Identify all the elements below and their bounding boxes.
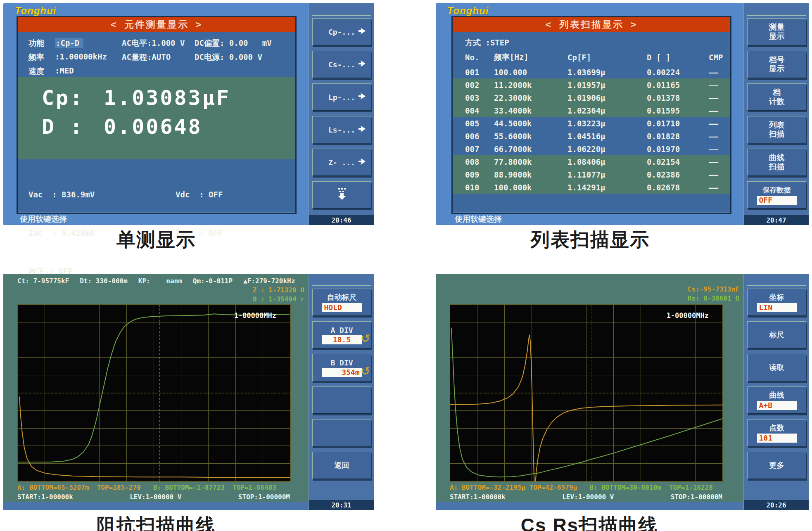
softkey-bin-display[interactable]: 档号显示: [747, 51, 806, 78]
softkey-cs[interactable]: Cs-...: [312, 51, 371, 78]
softkey-label: 坐标: [769, 292, 784, 302]
cell-cmp: ——: [709, 170, 730, 179]
table-row: 010100.000k1.14291μ0.02678——: [453, 181, 730, 194]
field-freq-value[interactable]: :1.00000kHz: [55, 52, 107, 61]
softkey-column: 测量显示 档号显示 档计数 列表扫描 曲线扫描 保存数据 OFF 20:47: [743, 3, 809, 225]
cell-d: 0.01828: [647, 132, 709, 141]
softkey-label: 点数: [769, 423, 784, 433]
softkey-list-sweep[interactable]: 列表扫描: [747, 116, 806, 143]
softkey-points[interactable]: 点数 101: [747, 419, 806, 446]
softkey-b-div[interactable]: B DIV 354m ↺: [312, 354, 371, 381]
softkey-label: 档: [773, 88, 781, 97]
softkey-auto-scale[interactable]: 自动标尺 HOLD: [312, 289, 371, 316]
softkey-lp[interactable]: Lp-...: [312, 83, 371, 111]
field-dc-source[interactable]: DC电源: 0.000 V: [195, 52, 262, 63]
right-arrow-icon: [313, 116, 366, 143]
softkey-z[interactable]: Z- ...: [312, 149, 371, 176]
cell-cmp: ——: [709, 119, 730, 128]
softkey-coordinate[interactable]: 坐标 LIN: [747, 289, 806, 316]
caption-single-measure: 单测显示: [3, 227, 309, 253]
primary-param-label: Cp:: [42, 86, 104, 110]
softkey-save-data[interactable]: 保存数据 OFF: [747, 181, 806, 209]
softkey-cp[interactable]: Cp-...: [312, 18, 371, 45]
sweep-level: LEV:1-00000 V: [562, 493, 614, 501]
col-d: D [ ]: [647, 53, 709, 62]
cell-cp: 1.01957μ: [567, 81, 647, 90]
softkey-label: 返回: [335, 460, 349, 470]
csrs-plot: 1-00000MHz: [450, 304, 723, 482]
caption-impedance: 阻抗扫描曲线: [3, 513, 309, 531]
scale-a-readout: A: BOTTOM=65-5207m TOP=185-270: [17, 484, 141, 491]
cell-no: 010: [465, 183, 494, 192]
curve-mode: A+B: [757, 401, 797, 410]
field-function-value[interactable]: :Cp-D: [55, 38, 83, 48]
plot-frequency-label: 1-00000MHz: [667, 311, 709, 320]
softkey-label: 显示: [769, 32, 785, 40]
measure-display: < 元件测量显示 > 功能 :Cp-D AC电平:1.000 V DC偏置: 0…: [17, 16, 297, 214]
cell-d: 0.01165: [647, 81, 709, 90]
sweep-stop: STOP:1-00000M: [238, 493, 290, 501]
cell-no: 007: [465, 145, 494, 154]
sweep-stop: STOP:1-00000M: [671, 493, 722, 501]
softkey-column: Cp-... Cs-... Lp-... Ls-...: [309, 3, 374, 225]
softkey-hint: 使用软键选择: [455, 214, 727, 225]
softkey-label: 自动标尺: [327, 292, 357, 302]
table-row: 00877.8000k1.08406μ0.02154——: [453, 155, 730, 168]
softkey-curve[interactable]: 曲线 A+B: [747, 386, 806, 414]
table-row: 00211.2000k1.01957μ0.01165——: [453, 78, 730, 91]
cell-cmp: ——: [709, 81, 730, 90]
sweep-table: 001100.0001.03699μ0.00224—— 00211.2000k1…: [453, 66, 730, 194]
page-down-icon: [335, 187, 349, 203]
cell-d: 0.01710: [647, 119, 709, 128]
softkey-ls[interactable]: Ls-...: [312, 116, 371, 143]
cell-no: 001: [465, 68, 494, 77]
field-speed-label: 速度: [28, 66, 44, 77]
softkey-measure-display[interactable]: 测量显示: [747, 18, 806, 45]
impedance-traces: [18, 305, 290, 481]
softkey-more-page[interactable]: [312, 181, 371, 209]
setup-fields: 功能 :Cp-D AC电平:1.000 V DC偏置: 0.00 mV 频率 :…: [18, 32, 295, 77]
softkey-read[interactable]: 读取: [747, 354, 806, 381]
clock: 20:26: [744, 500, 809, 510]
cell-freq: 77.8000k: [494, 157, 567, 166]
right-arrow-icon: [313, 149, 366, 175]
trace-a-cs: [450, 335, 723, 481]
graph-status-line: Ct: 7-95775kF Dt: 330-000m KP: nanm Qm:-…: [17, 277, 304, 285]
softkey-label: 曲线: [769, 390, 784, 400]
marker-freq-readout: ▲F:279-720kHz: [243, 277, 295, 285]
sweep-mode[interactable]: 方式 :STEP: [465, 38, 509, 48]
cell-freq: 88.9000k: [494, 170, 567, 179]
softkey-curve-sweep[interactable]: 曲线扫描: [747, 149, 806, 176]
field-speed-value[interactable]: :MED: [55, 66, 74, 75]
field-ac-range[interactable]: AC量程:AUTO: [122, 52, 171, 63]
sweep-start: START:1-00000k: [17, 493, 73, 501]
softkey-label: 列表: [769, 121, 785, 129]
dial-icon: ↺: [361, 365, 370, 377]
page-title: < 列表扫描显示 >: [453, 17, 730, 32]
softkey-blank-1[interactable]: [312, 386, 371, 414]
softkey-divider: [312, 15, 371, 16]
theta-readout: θ : 1-35494 r: [253, 295, 304, 303]
dial-icon: ↺: [361, 332, 370, 345]
softkey-label: B DIV: [330, 358, 353, 367]
list-sweep-screen: Tonghui < 列表扫描显示 > 方式 :STEP No. 频率[Hz] C…: [436, 3, 809, 225]
cell-freq: 100.000: [494, 68, 567, 77]
field-ac-level[interactable]: AC电平:1.000 V: [122, 38, 185, 49]
cell-cmp: ——: [709, 145, 730, 154]
softkey-return[interactable]: 返回: [312, 452, 371, 479]
monitor-area: Vac : 836.9mV Iac : 5.420mA 校正 : OFF Vdc…: [18, 159, 295, 209]
softkey-more[interactable]: 更多: [747, 452, 806, 479]
cell-cmp: ——: [709, 132, 730, 141]
clock: 20:46: [309, 215, 374, 225]
softkey-bin-count[interactable]: 档计数: [747, 83, 806, 111]
softkey-blank-2[interactable]: [312, 419, 371, 446]
field-dc-bias[interactable]: DC偏置: 0.00 mV: [195, 38, 272, 49]
list-display: < 列表扫描显示 > 方式 :STEP No. 频率[Hz] Cp[F] D […: [451, 16, 731, 214]
cell-d: 0.01378: [647, 93, 709, 102]
softkey-label: 扫描: [769, 162, 785, 171]
softkey-scale[interactable]: 标尺: [747, 321, 806, 348]
table-header: No. 频率[Hz] Cp[F] D [ ] CMP: [453, 51, 730, 64]
a-div-value: 18.5: [322, 335, 362, 344]
softkey-a-div[interactable]: A DIV 18.5 ↺: [312, 321, 371, 348]
softkey-divider: [312, 285, 371, 286]
